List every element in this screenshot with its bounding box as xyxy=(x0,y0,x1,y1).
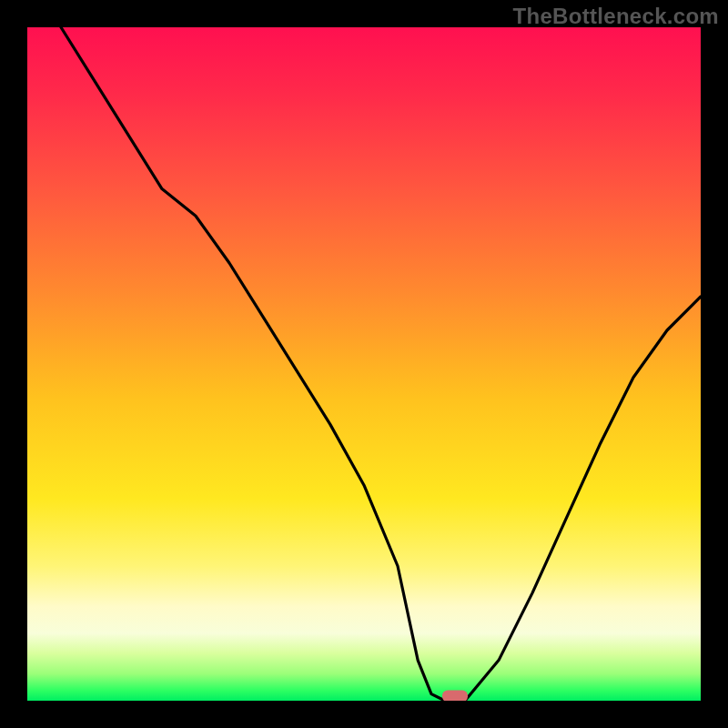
optimal-marker xyxy=(442,690,468,701)
bottleneck-curve xyxy=(27,27,701,701)
chart-frame: TheBottleneck.com xyxy=(0,0,728,728)
plot-area xyxy=(27,27,701,701)
watermark-text: TheBottleneck.com xyxy=(513,4,719,29)
